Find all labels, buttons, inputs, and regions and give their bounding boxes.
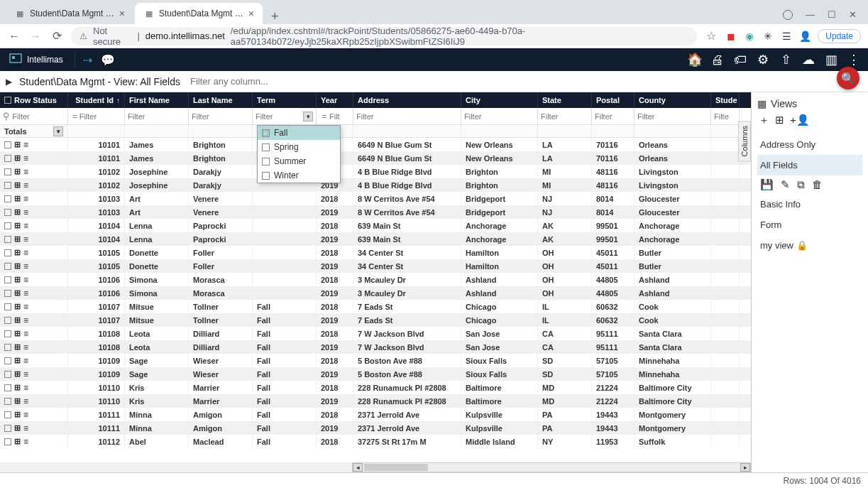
row-menu-icon[interactable]: ≡ [23, 398, 28, 404]
row-expand-icon[interactable]: ⊞ [14, 288, 21, 298]
checkbox-icon[interactable] [262, 158, 270, 166]
table-row[interactable]: ⊞≡10107MitsueTollnerFall20197 Eads StChi… [0, 313, 751, 327]
tab-close-icon[interactable]: × [248, 8, 254, 19]
view-item[interactable]: Form [757, 215, 862, 235]
filter-op-eq[interactable]: = [319, 112, 329, 121]
row-checkbox[interactable] [4, 168, 11, 175]
filter-address[interactable] [356, 112, 458, 121]
row-checkbox[interactable] [4, 438, 11, 445]
row-checkbox[interactable] [4, 357, 11, 364]
grid-view-icon[interactable]: ⊞ [775, 114, 784, 127]
row-checkbox[interactable] [4, 330, 11, 337]
reload-button[interactable]: ⟳ [50, 29, 64, 43]
row-menu-icon[interactable]: ≡ [23, 372, 28, 377]
add-user-icon[interactable]: +👤 [790, 114, 810, 127]
table-row[interactable]: ⊞≡10109SageWieserFall20195 Boston Ave #8… [0, 367, 751, 381]
table-row[interactable]: ⊞≡10101JamesBrighton20186649 N Blue Gum … [0, 138, 751, 151]
row-expand-icon[interactable]: ⊞ [14, 369, 21, 379]
tag-icon[interactable]: 🏷 [732, 51, 749, 68]
filter-state[interactable] [541, 112, 588, 121]
row-menu-icon[interactable]: ≡ [23, 358, 28, 364]
filter-op-eq[interactable]: = [71, 112, 79, 121]
grid-body[interactable]: ⊞≡10101JamesBrighton20186649 N Blue Gum … [0, 138, 751, 462]
row-expand-icon[interactable]: ⊞ [14, 356, 21, 365]
view-item[interactable]: Basic Info [757, 194, 862, 215]
col-header-row-status[interactable]: Row Status [0, 92, 68, 108]
filter-year[interactable] [329, 112, 346, 121]
row-expand-icon[interactable]: ⊞ [14, 315, 21, 325]
tab-close-icon[interactable]: × [119, 8, 125, 19]
table-row[interactable]: ⊞≡10107MitsueTollnerFall20187 Eads StChi… [0, 300, 751, 313]
row-expand-icon[interactable]: ⊞ [14, 140, 21, 149]
row-menu-icon[interactable]: ≡ [23, 425, 28, 431]
col-header-postal[interactable]: Postal [592, 92, 634, 108]
row-checkbox[interactable] [4, 141, 11, 148]
new-tab-button[interactable]: + [264, 9, 286, 24]
row-expand-icon[interactable]: ⊞ [14, 194, 21, 203]
term-option-fall[interactable]: ⬚Fall [258, 126, 340, 140]
row-menu-icon[interactable]: ≡ [23, 156, 28, 161]
row-checkbox[interactable] [4, 249, 11, 256]
row-expand-icon[interactable]: ⊞ [14, 234, 21, 244]
account-icon[interactable] [783, 10, 793, 20]
forward-button[interactable]: → [28, 30, 43, 43]
row-menu-icon[interactable]: ≡ [23, 237, 28, 242]
browser-tab[interactable]: ▦ Student\Data Mgmt - View: All F… × [6, 3, 133, 24]
row-checkbox[interactable] [4, 425, 11, 432]
row-checkbox[interactable] [4, 236, 11, 243]
row-checkbox[interactable] [4, 384, 11, 391]
row-expand-icon[interactable]: ⊞ [14, 423, 21, 433]
row-checkbox[interactable] [4, 371, 11, 378]
app-logo[interactable]: Intellimas [0, 51, 70, 68]
col-header-county[interactable]: County [634, 92, 711, 108]
view-item[interactable]: my view 🔒 [757, 235, 862, 256]
table-row[interactable]: ⊞≡10109SageWieserFall20185 Boston Ave #8… [0, 354, 751, 367]
table-row[interactable]: ⊞≡10106SimonaMorasca20183 Mcauley DrAshl… [0, 273, 751, 286]
extension-icon[interactable]: ◼ [725, 31, 737, 42]
filter-city[interactable] [464, 112, 534, 121]
row-menu-icon[interactable]: ≡ [23, 345, 28, 350]
view-item[interactable]: All Fields [757, 155, 862, 175]
global-filter-input[interactable] [187, 73, 315, 90]
row-menu-icon[interactable]: ≡ [23, 318, 28, 323]
table-row[interactable]: ⊞≡10103ArtVenere20188 W Cerritos Ave #54… [0, 192, 751, 205]
table-row[interactable]: ⊞≡10110KrisMarrierFall2018228 Runamuck P… [0, 381, 751, 394]
row-checkbox[interactable] [4, 290, 11, 297]
filter-term[interactable] [256, 112, 298, 121]
row-menu-icon[interactable]: ≡ [23, 196, 28, 202]
table-row[interactable]: ⊞≡10106SimonaMorasca20193 Mcauley DrAshl… [0, 286, 751, 300]
copy-view-icon[interactable]: ⧉ [797, 178, 805, 191]
home-icon[interactable]: 🏠 [686, 51, 703, 68]
row-checkbox[interactable] [4, 344, 11, 351]
row-expand-icon[interactable]: ⊞ [14, 302, 21, 311]
scroll-right-icon[interactable]: ▸ [740, 463, 750, 472]
row-expand-icon[interactable]: ⊞ [14, 275, 21, 284]
row-menu-icon[interactable]: ≡ [23, 439, 28, 445]
view-item[interactable]: Address Only [757, 134, 862, 155]
table-row[interactable]: ⊞≡10112AbelMacleadFall201837275 St Rt 17… [0, 435, 751, 448]
table-row[interactable]: ⊞≡10108LeotaDilliardFall20197 W Jackson … [0, 340, 751, 354]
search-fab-button[interactable]: 🔍 [837, 67, 859, 90]
row-menu-icon[interactable]: ≡ [23, 291, 28, 296]
table-row[interactable]: ⊞≡10102JosephineDarakjy20194 B Blue Ridg… [0, 178, 751, 192]
scroll-thumb[interactable] [364, 464, 428, 471]
term-option-spring[interactable]: Spring [258, 140, 340, 154]
extension-icon[interactable]: ☰ [781, 31, 792, 42]
row-checkbox[interactable] [4, 411, 11, 418]
row-checkbox[interactable] [4, 209, 11, 216]
row-checkbox[interactable] [4, 317, 11, 324]
save-view-icon[interactable]: 💾 [760, 178, 774, 191]
filter-first-name[interactable] [128, 112, 185, 121]
update-button[interactable]: Update [818, 29, 861, 43]
row-checkbox[interactable] [4, 276, 11, 283]
term-option-winter[interactable]: Winter [258, 168, 340, 183]
filter-student-extra[interactable] [714, 112, 736, 121]
row-menu-icon[interactable]: ≡ [23, 264, 28, 269]
row-checkbox[interactable] [4, 263, 11, 270]
filter-student-id[interactable] [79, 112, 121, 121]
row-expand-icon[interactable]: ⊞ [14, 342, 21, 352]
filter-last-name[interactable] [192, 112, 249, 121]
row-expand-icon[interactable]: ⊞ [14, 396, 21, 406]
row-expand-icon[interactable]: ⊞ [14, 153, 21, 163]
table-row[interactable]: ⊞≡10110KrisMarrierFall2019228 Runamuck P… [0, 394, 751, 408]
